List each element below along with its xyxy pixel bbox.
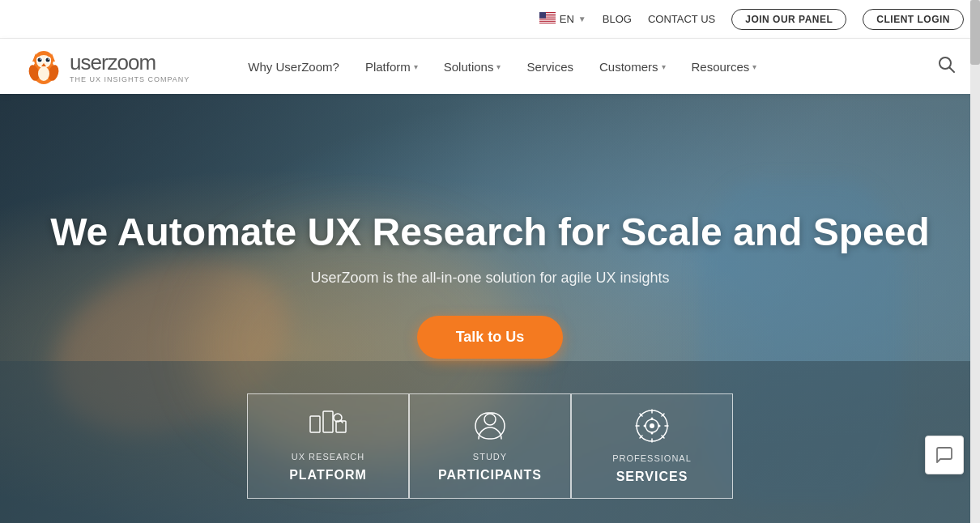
svg-point-30 xyxy=(484,414,496,425)
language-selector[interactable]: EN ▼ xyxy=(539,12,586,26)
logo-text: userzoom THE UX INSIGHTS COMPANY xyxy=(70,50,190,83)
svg-point-42 xyxy=(650,423,654,428)
hero-section: We Automate UX Research for Scale and Sp… xyxy=(0,94,980,523)
services-icon xyxy=(634,408,670,447)
top-bar: EN ▼ BLOG CONTACT US JOIN OUR PANEL CLIE… xyxy=(0,0,980,39)
feature-card-services[interactable]: PROFESSIONAL SERVICES xyxy=(571,393,733,499)
feature-cards: UX RESEARCH PLATFORM STUDY PARTICIPANTS xyxy=(247,393,733,499)
feature-card-platform[interactable]: UX RESEARCH PLATFORM xyxy=(247,393,409,499)
logo-tagline: THE UX INSIGHTS COMPANY xyxy=(70,75,190,83)
svg-point-46 xyxy=(658,425,661,427)
logo[interactable]: userzoom THE UX INSIGHTS COMPANY xyxy=(24,47,190,86)
customers-chevron: ▾ xyxy=(662,62,666,71)
scrollbar[interactable] xyxy=(970,0,980,523)
chat-widget[interactable] xyxy=(925,436,964,474)
search-icon[interactable] xyxy=(938,56,956,78)
contact-link[interactable]: CONTACT US xyxy=(648,13,715,25)
svg-point-45 xyxy=(644,425,646,427)
svg-rect-4 xyxy=(539,19,556,19)
nav-services[interactable]: Services xyxy=(517,39,583,94)
svg-point-16 xyxy=(46,58,50,62)
hero-content: We Automate UX Research for Scale and Sp… xyxy=(34,210,946,406)
feature-card-participants[interactable]: STUDY PARTICIPANTS xyxy=(409,393,571,499)
svg-rect-25 xyxy=(310,416,320,432)
language-chevron: ▼ xyxy=(578,15,586,23)
hero-title: We Automate UX Research for Scale and Sp… xyxy=(50,210,930,254)
logo-name: userzoom xyxy=(70,50,190,75)
svg-line-24 xyxy=(950,67,955,72)
platform-sub: UX RESEARCH xyxy=(292,452,364,461)
participants-sub: STUDY xyxy=(473,452,507,461)
participants-icon xyxy=(472,410,508,445)
participants-title: PARTICIPANTS xyxy=(438,468,542,483)
svg-point-44 xyxy=(651,432,654,435)
language-label: EN xyxy=(560,13,574,25)
svg-rect-5 xyxy=(539,20,556,21)
owl-icon xyxy=(24,47,63,86)
client-login-button[interactable]: CLIENT LOGIN xyxy=(863,9,964,30)
blog-link[interactable]: BLOG xyxy=(603,13,632,25)
nav-links: Why UserZoom? Platform ▾ Solutions ▾ Ser… xyxy=(238,39,938,94)
services-title: SERVICES xyxy=(616,470,688,484)
services-sub: PROFESSIONAL xyxy=(612,453,692,463)
svg-rect-26 xyxy=(323,411,333,432)
svg-point-43 xyxy=(651,418,654,420)
svg-point-22 xyxy=(38,66,49,81)
nav-solutions[interactable]: Solutions ▾ xyxy=(434,39,511,94)
solutions-chevron: ▾ xyxy=(496,62,501,71)
nav-customers[interactable]: Customers ▾ xyxy=(590,39,675,94)
svg-rect-6 xyxy=(539,22,556,23)
svg-rect-27 xyxy=(336,421,346,432)
join-panel-button[interactable]: JOIN OUR PANEL xyxy=(731,9,846,30)
platform-title: PLATFORM xyxy=(289,468,367,483)
svg-point-15 xyxy=(38,58,42,62)
hero-subtitle: UserZoom is the all-in-one solution for … xyxy=(50,270,930,287)
platform-icon xyxy=(309,410,347,445)
main-nav: userzoom THE UX INSIGHTS COMPANY Why Use… xyxy=(0,39,980,94)
svg-rect-7 xyxy=(539,12,546,19)
platform-chevron: ▾ xyxy=(414,62,418,71)
nav-platform[interactable]: Platform ▾ xyxy=(356,39,428,94)
nav-resources[interactable]: Resources ▾ xyxy=(682,39,767,94)
svg-point-17 xyxy=(40,58,41,60)
flag-icon xyxy=(539,12,556,26)
svg-point-18 xyxy=(48,58,49,60)
resources-chevron: ▾ xyxy=(752,62,756,71)
svg-rect-31 xyxy=(475,413,505,439)
scrollbar-thumb[interactable] xyxy=(970,0,980,65)
nav-why-userzoom[interactable]: Why UserZoom? xyxy=(238,39,349,94)
talk-to-us-button[interactable]: Talk to Us xyxy=(417,316,564,359)
chat-icon xyxy=(935,445,954,465)
